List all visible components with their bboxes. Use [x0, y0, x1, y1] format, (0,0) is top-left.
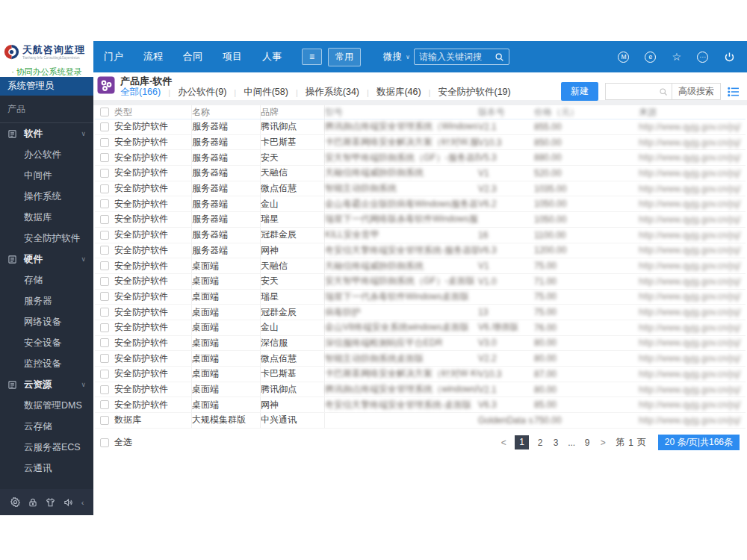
header-checkbox[interactable]: [100, 108, 109, 116]
table-row[interactable]: 安全防护软件桌面端瑞星瑞星下一代杀毒软件Windows桌面版75.00http:…: [95, 290, 746, 305]
power-icon[interactable]: [724, 52, 735, 63]
table-row[interactable]: 安全防护软件桌面端微点佰慧智能主动防御系统桌面版V2.280.00http://…: [95, 351, 746, 367]
row-checkbox[interactable]: [100, 292, 109, 301]
collapse-arrow-icon[interactable]: ‹: [81, 498, 84, 507]
select-all-checkbox[interactable]: [100, 438, 109, 447]
row-checkbox[interactable]: [100, 416, 109, 425]
row-checkbox[interactable]: [100, 138, 109, 147]
tab-4[interactable]: 操作系统(34): [306, 86, 359, 99]
sidebar-item[interactable]: 服务器: [0, 290, 93, 311]
table-row[interactable]: 安全防护软件桌面端网神奇安信天擎终端安全管理系统-桌面版V6.385.00htt…: [95, 397, 746, 413]
page-button[interactable]: 3: [551, 438, 560, 448]
prev-page-button[interactable]: <: [499, 438, 508, 448]
sidebar-group-3[interactable]: 云资源∨: [0, 374, 93, 395]
search-icon[interactable]: [495, 52, 504, 62]
row-checkbox[interactable]: [100, 199, 109, 208]
table-row[interactable]: 安全防护软件桌面端卡巴斯基卡巴斯基网络安全解决方案（针对W·KO...V10.3…: [95, 367, 746, 382]
theme-shirt-icon[interactable]: [45, 497, 56, 508]
sidebar-item[interactable]: 安全设备: [0, 332, 93, 353]
table-row[interactable]: 数据库大规模集群版中兴通讯GoldenData s...750.00http:/…: [95, 413, 746, 429]
sidebar-item[interactable]: 办公软件: [0, 144, 93, 165]
table-row[interactable]: 安全防护软件服务器端冠群金辰KILL安全胄甲161100.00http://ww…: [95, 228, 746, 243]
table-row[interactable]: 安全防护软件服务器端腾讯御点腾讯御点终端安全管理系统（Windows版）V2.1…: [95, 119, 746, 135]
sidebar-item[interactable]: 云服务器ECS: [0, 437, 93, 458]
row-checkbox[interactable]: [100, 323, 109, 332]
row-checkbox[interactable]: [100, 370, 109, 379]
row-checkbox[interactable]: [100, 122, 109, 131]
table-row[interactable]: 安全防护软件服务器端瑞星瑞星下一代网络版杀毒软件Windows服务器版1050.…: [95, 212, 746, 228]
table-row[interactable]: 安全防护软件桌面端冠群金辰病毒防护1375.00http://www.qyjg.…: [95, 305, 746, 320]
table-row[interactable]: 安全防护软件桌面端安天安天智甲终端防御系统（GF）-桌面版V1.071.00ht…: [95, 274, 746, 290]
table-row[interactable]: 安全防护软件服务器端微点佰慧智能主动防御系统V2.31035.00http://…: [95, 181, 746, 197]
page-button[interactable]: 2: [536, 438, 545, 448]
nav-item[interactable]: 合同: [183, 50, 202, 63]
sidebar-item[interactable]: 安全防护软件: [0, 228, 93, 249]
table-row[interactable]: 安全防护软件服务器端网神奇安信天擎终端安全管理系统-服务器版V6.31200.0…: [95, 243, 746, 259]
sidebar-item[interactable]: 云存储: [0, 416, 93, 437]
tab-3[interactable]: 中间件(58): [244, 86, 288, 99]
table-row[interactable]: 安全防护软件服务器端卡巴斯基卡巴斯基网络安全解决方案（针对W.服务...V10.…: [95, 135, 746, 151]
row-checkbox[interactable]: [100, 277, 109, 286]
global-search-box[interactable]: [414, 49, 509, 65]
global-search-input[interactable]: [419, 52, 495, 62]
table-row[interactable]: 安全防护软件桌面端深信服深信服终端检测响应平台EDRV3.080.00http:…: [95, 336, 746, 352]
nav-item[interactable]: 门户: [104, 50, 123, 63]
page-jump-input[interactable]: 1: [628, 438, 633, 448]
row-checkbox[interactable]: [100, 400, 109, 409]
nav-item[interactable]: 项目: [223, 50, 242, 63]
tab-5[interactable]: 数据库(46): [376, 86, 421, 99]
table-row[interactable]: 安全防护软件服务器端金山金山毒霸企业版防病毒Windows服务器版V6.2105…: [95, 196, 746, 212]
favorites-star-icon[interactable]: ☆: [672, 52, 681, 63]
sidebar-item[interactable]: 中间件: [0, 165, 93, 186]
row-checkbox[interactable]: [100, 385, 109, 394]
sidebar-item[interactable]: 操作系统: [0, 186, 93, 207]
row-checkbox[interactable]: [100, 308, 109, 317]
table-row[interactable]: 安全防护软件桌面端天融信天融信终端威胁防御系统V175.00http://www…: [95, 258, 746, 274]
next-page-button[interactable]: >: [598, 438, 607, 448]
current-user-role[interactable]: 系统管理员: [0, 77, 93, 96]
create-new-button[interactable]: 新建: [561, 82, 598, 101]
table-search-input[interactable]: [606, 84, 655, 99]
settings-gear-icon[interactable]: [10, 497, 21, 508]
table-row[interactable]: 安全防护软件桌面端腾讯御点腾讯御点终端安全管理系统（windows版）V2.1V…: [95, 382, 746, 398]
row-checkbox[interactable]: [100, 338, 109, 347]
row-checkbox[interactable]: [100, 231, 109, 240]
row-checkbox[interactable]: [100, 184, 109, 193]
tab-6[interactable]: 安全防护软件(19): [438, 86, 510, 99]
table-row[interactable]: 安全防护软件服务器端安天安天智甲终端防御系统（GF）-服务器版V5.3880.0…: [95, 150, 746, 166]
m-badge-icon[interactable]: M: [618, 52, 629, 63]
nav-item-favorites[interactable]: 常用: [328, 48, 361, 66]
message-icon[interactable]: e: [645, 52, 656, 63]
sidebar-item[interactable]: 云通讯: [0, 458, 93, 479]
sidebar-item[interactable]: 数据库: [0, 207, 93, 228]
more-icon[interactable]: ⋯: [697, 52, 708, 63]
row-checkbox[interactable]: [100, 246, 109, 255]
row-checkbox[interactable]: [100, 261, 109, 270]
sidebar-group-2[interactable]: 硬件∨: [0, 249, 93, 270]
nav-item[interactable]: 人事: [262, 50, 282, 63]
oa-login-link[interactable]: · 协同办公系统登录: [4, 66, 90, 78]
sidebar-item[interactable]: 数据管理DMS: [0, 395, 93, 416]
sidebar-item[interactable]: 网络设备: [0, 311, 93, 332]
sidebar-group-1[interactable]: 软件∨: [0, 123, 93, 144]
tab-1[interactable]: 全部(166): [120, 86, 161, 99]
list-view-icon[interactable]: [728, 87, 740, 97]
lock-icon[interactable]: [28, 497, 38, 508]
sidebar-item[interactable]: 存储: [0, 270, 93, 290]
row-checkbox[interactable]: [100, 215, 109, 224]
row-checkbox[interactable]: [100, 153, 109, 162]
search-icon[interactable]: [655, 87, 672, 96]
row-checkbox[interactable]: [100, 169, 109, 178]
table-row[interactable]: 安全防护软件服务器端天融信天融信终端威胁防御系统V1520.00http://w…: [95, 166, 746, 181]
search-scope-dropdown[interactable]: 微搜: [383, 51, 402, 63]
page-size-badge[interactable]: 20 条/页|共166条: [658, 435, 740, 450]
row-checkbox[interactable]: [100, 354, 109, 363]
tab-2[interactable]: 办公软件(9): [178, 86, 226, 99]
table-row[interactable]: 安全防护软件桌面端金山金山V8终端安全系统windows桌面版V6.增强版76.…: [95, 320, 746, 336]
nav-menu-toggle[interactable]: ≡: [302, 49, 322, 65]
page-button[interactable]: 1: [515, 435, 529, 449]
nav-item[interactable]: 流程: [143, 50, 163, 63]
sound-icon[interactable]: [63, 497, 74, 508]
select-all-control[interactable]: 全选: [100, 436, 132, 449]
sidebar-item[interactable]: 监控设备: [0, 353, 93, 374]
